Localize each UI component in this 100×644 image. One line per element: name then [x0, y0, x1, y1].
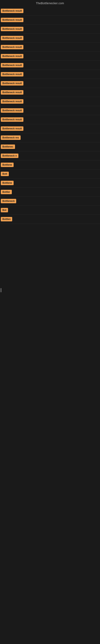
- bottleneck-result-badge[interactable]: Bott: [1, 172, 9, 176]
- site-title: TheBottlenecker.com: [0, 0, 100, 6]
- table-row: Bottleneck result: [0, 6, 100, 16]
- table-row: Bot: [0, 206, 100, 215]
- table-row: Bottlene: [0, 160, 100, 170]
- bottleneck-result-badge[interactable]: Bot: [1, 208, 8, 212]
- table-row: Bottleneck result: [0, 34, 100, 43]
- table-row: Bottleneck result: [0, 115, 100, 124]
- table-row: Bottleneck result: [0, 124, 100, 133]
- bottleneck-result-badge[interactable]: Bottlene: [1, 181, 14, 185]
- bottleneck-result-badge[interactable]: Bottleneck result: [1, 81, 23, 86]
- table-row: Bott: [0, 170, 100, 178]
- bottleneck-result-badge[interactable]: Bottleneck result: [1, 108, 23, 113]
- bottleneck-result-badge[interactable]: Bottlen: [1, 217, 12, 222]
- bottleneck-result-badge[interactable]: Bottleneck result: [1, 9, 23, 13]
- bottleneck-result-badge[interactable]: Bottleneck res: [1, 136, 21, 140]
- bottleneck-result-badge[interactable]: Bottleneck result: [1, 72, 23, 76]
- bottleneck-result-badge[interactable]: Bottlenec: [1, 144, 15, 149]
- bottleneck-result-badge[interactable]: Bottleneck result: [1, 36, 23, 40]
- table-row: Bottleneck result: [0, 106, 100, 115]
- bottleneck-result-badge[interactable]: Bottler: [1, 190, 12, 194]
- bottleneck-result-badge[interactable]: Bottlene: [1, 162, 14, 167]
- bottleneck-result-badge[interactable]: Bottleneck result: [1, 99, 23, 104]
- bottleneck-result-badge[interactable]: Bottleneck result: [1, 90, 23, 94]
- bottleneck-result-badge[interactable]: Bottleneck: [1, 199, 16, 203]
- table-row: Bottleneck: [0, 196, 100, 206]
- table-row: Bottlen: [0, 215, 100, 224]
- table-row: Bottleneck result: [0, 88, 100, 97]
- table-row: Bottleneck result: [0, 70, 100, 79]
- table-row: Bottleneck result: [0, 61, 100, 70]
- table-row: Bottleneck result: [0, 79, 100, 88]
- bottleneck-result-badge[interactable]: Bottleneck result: [1, 126, 23, 131]
- empty-section-2: [0, 292, 100, 352]
- bottleneck-result-badge[interactable]: Bottleneck result: [1, 18, 23, 22]
- table-row: Bottlenec: [0, 142, 100, 151]
- table-row: Bottler: [0, 188, 100, 196]
- empty-section: [0, 224, 100, 284]
- table-row: Bottleneck res: [0, 133, 100, 142]
- bottleneck-result-badge[interactable]: Bottleneck result: [1, 45, 23, 49]
- bottleneck-result-badge[interactable]: Bottleneck result: [1, 27, 23, 31]
- table-row: Bottleneck n: [0, 151, 100, 160]
- table-row: Bottlene: [0, 178, 100, 188]
- table-row: Bottleneck result: [0, 24, 100, 34]
- empty-section-4: [0, 413, 100, 473]
- table-row: Bottleneck result: [0, 52, 100, 61]
- bottleneck-result-badge[interactable]: Bottleneck n: [1, 154, 18, 158]
- bottleneck-result-badge[interactable]: Bottleneck result: [1, 117, 23, 122]
- table-row: Bottleneck result: [0, 16, 100, 24]
- table-row: Bottleneck result: [0, 97, 100, 106]
- cursor-line: [1, 288, 1, 292]
- bottleneck-result-badge[interactable]: Bottleneck result: [1, 63, 23, 68]
- table-row: Bottleneck result: [0, 43, 100, 52]
- empty-section-3: [0, 352, 100, 413]
- bottleneck-result-badge[interactable]: Bottleneck result: [1, 54, 23, 58]
